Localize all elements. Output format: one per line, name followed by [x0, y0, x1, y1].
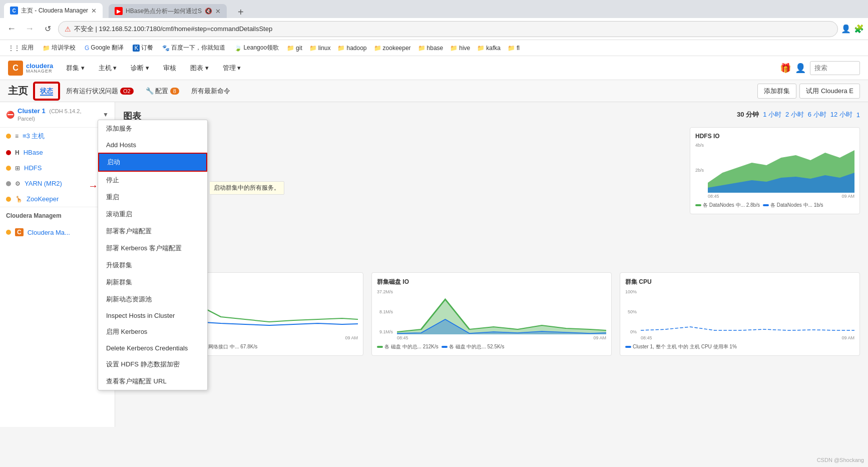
bm-label-4: 百度一下，你就知道: [171, 44, 225, 52]
cpu-svg: [641, 289, 854, 334]
bookmark-hive[interactable]: 📁 hive: [447, 44, 473, 53]
address-bar[interactable]: ⚠ 不安全 | 192.168.52.100:7180/cmf/home#ste…: [58, 21, 838, 37]
extensions-button[interactable]: 🧩: [854, 24, 864, 34]
reload-button[interactable]: ↺: [40, 22, 55, 37]
dropdown-item-add-hosts[interactable]: Add Hosts: [98, 137, 207, 153]
hdfs-status-dot: [6, 166, 11, 171]
time-more[interactable]: 1: [856, 111, 860, 119]
hdfs-io-chart: HDFS IO 4b/s 2b/s: [690, 127, 860, 214]
dropdown-item-hdfs-encrypt[interactable]: 设置 HDFS 静态数据加密: [98, 356, 207, 373]
folder-icon-fl: 📁: [508, 45, 515, 52]
dropdown-item-add-service[interactable]: 添加服务: [98, 120, 207, 137]
bm-label-3: 订餐: [141, 44, 153, 52]
nav-charts[interactable]: 图表 ▾: [185, 61, 214, 76]
nav-clusters[interactable]: 群集 ▾: [61, 61, 90, 76]
back-button[interactable]: ←: [4, 22, 19, 37]
tab-issues-label: 所有运行状况问题: [66, 87, 118, 96]
dropdown-item-delete-kerberos[interactable]: Delete Kerberos Credentials: [98, 340, 207, 356]
nav-admin[interactable]: 管理 ▾: [218, 61, 246, 76]
profile-button[interactable]: 👤: [841, 24, 851, 34]
dropdown-arrow[interactable]: ▼: [103, 111, 109, 118]
leaf-icon: 🍃: [234, 45, 242, 52]
bookmark-leangoo[interactable]: 🍃 Leangoo领歌: [230, 43, 283, 53]
hdfs-x2: 09 AM: [841, 194, 854, 199]
add-cluster-button[interactable]: 添加群集: [757, 84, 796, 99]
dropdown-item-upgrade[interactable]: 升级群集: [98, 257, 207, 274]
tab-status[interactable]: 状态: [34, 83, 59, 100]
hdfs-io-svg: [708, 143, 854, 193]
start-tooltip: 启动群集中的所有服务。: [209, 181, 284, 195]
dropdown-item-inspect[interactable]: Inspect Hosts in Cluster: [98, 308, 207, 323]
bookmark-google[interactable]: G Google 翻译: [81, 43, 128, 53]
bookmark-hbase[interactable]: 📁 hbase: [415, 44, 447, 53]
dropdown-item-rolling-restart[interactable]: 滚动重启: [98, 206, 207, 223]
lock-icon: ⚠: [65, 25, 71, 33]
cluster-error-icon: ⛔: [6, 111, 15, 119]
time-12hr[interactable]: 12 小时: [830, 110, 852, 119]
tab-close-2[interactable]: ✕: [215, 8, 221, 15]
folder-icon-hadoop: 📁: [337, 45, 345, 52]
tab-active[interactable]: C 主页 - Cloudera Manager ✕: [4, 3, 103, 18]
tab-inactive[interactable]: ▶ HBase热点分析—如何通过S 🔇 ✕: [109, 4, 227, 18]
dropdown-item-enable-kerberos[interactable]: 启用 Kerberos: [98, 323, 207, 340]
mute-icon[interactable]: 🔇: [205, 8, 212, 15]
dropdown-item-client-url[interactable]: 查看客户端配置 URL: [98, 373, 207, 390]
page-title: 主页: [8, 84, 28, 98]
bookmark-training[interactable]: 📁 培训学校: [39, 43, 80, 53]
time-6hr[interactable]: 6 小时: [808, 110, 826, 119]
main-content: 图表 30 分钟 1 小时 2 小时 6 小时 12 小时 1 HDFS IO …: [115, 102, 868, 427]
manager-text: MANAGER: [26, 69, 53, 74]
bookmark-apps[interactable]: ⋮⋮ 应用: [4, 43, 38, 53]
bookmark-order[interactable]: K 订餐: [129, 43, 157, 53]
zk-label: ZooKeeper: [27, 195, 59, 203]
bookmark-hadoop[interactable]: 📁 hadoop: [334, 44, 369, 53]
dropdown-item-stop[interactable]: 停止: [98, 172, 207, 189]
dropdown-item-refresh[interactable]: 刷新群集: [98, 274, 207, 291]
nav-audit[interactable]: 审核: [158, 61, 181, 76]
dropdown-item-restart[interactable]: 重启: [98, 189, 207, 206]
bookmark-kafka[interactable]: 📁 kafka: [474, 44, 504, 53]
yarn-icon: ⚙: [15, 180, 21, 187]
bookmark-linux[interactable]: 📁 linux: [306, 44, 334, 53]
time-1hr[interactable]: 1 小时: [763, 110, 781, 119]
tab-commands[interactable]: 所有最新命令: [186, 84, 235, 99]
tab-issues[interactable]: 所有运行状况问题 O2: [61, 84, 139, 99]
dropdown-item-refresh-pool[interactable]: 刷新动态资源池: [98, 291, 207, 308]
dropdown-item-deploy-kerberos[interactable]: 部署 Kerberos 客户端配置: [98, 240, 207, 257]
hosts-icon: ≡: [15, 133, 19, 140]
dropdown-item-deploy-client[interactable]: 部署客户端配置: [98, 223, 207, 240]
folder-icon-kafka: 📁: [477, 45, 485, 52]
hdfs-x1: 08:45: [708, 194, 719, 199]
try-cloudera-button[interactable]: 试用 Cloudera E: [799, 84, 860, 99]
time-2hr[interactable]: 2 小时: [785, 110, 804, 119]
mgr-label: Cloudera Ma...: [28, 229, 70, 236]
tab-config[interactable]: 🔧 配置 8: [141, 84, 184, 99]
config-badge: 8: [170, 88, 179, 95]
gift-icon-btn[interactable]: 🎁: [780, 63, 791, 74]
wrench-icon: 🔧: [146, 87, 154, 95]
new-tab-button[interactable]: +: [235, 7, 247, 18]
bm-label-5: Leangoo领歌: [243, 44, 279, 52]
user-icon-btn[interactable]: 👤: [795, 63, 806, 74]
hbase-icon: H: [15, 149, 20, 156]
nav-diagnostics[interactable]: 诊断 ▾: [126, 61, 154, 76]
google-icon: G: [85, 45, 89, 52]
nav-hosts[interactable]: 主机 ▾: [94, 61, 122, 76]
time-30min[interactable]: 30 分钟: [737, 110, 759, 119]
tab-close-1[interactable]: ✕: [91, 7, 97, 15]
disk-legend: 各 磁盘 中的总... 212K/s 各 磁盘 中的总... 52.5K/s: [377, 343, 606, 350]
tab-status-label: 状态: [40, 87, 53, 96]
address-text: 不安全 | 192.168.52.100:7180/cmf/home#step=…: [74, 25, 272, 34]
bookmark-git[interactable]: 📁 git: [284, 44, 305, 53]
hbase-label: HBase: [24, 149, 43, 156]
nav-bar: ← → ↺ ⚠ 不安全 | 192.168.52.100:7180/cmf/ho…: [0, 18, 868, 40]
dropdown-item-start[interactable]: 启动: [98, 153, 207, 172]
hosts-status-dot: [6, 134, 11, 139]
search-input[interactable]: [810, 61, 860, 75]
bookmark-zookeeper[interactable]: 📁 zookeeper: [371, 44, 414, 53]
bookmark-baidu[interactable]: 🐾 百度一下，你就知道: [158, 43, 229, 53]
tab-label-1: 主页 - Cloudera Manager: [21, 7, 88, 15]
bookmark-fl[interactable]: 📁 fl: [505, 44, 523, 53]
dropdown-arrow-indicator: →: [88, 180, 98, 192]
forward-button[interactable]: →: [22, 22, 37, 37]
